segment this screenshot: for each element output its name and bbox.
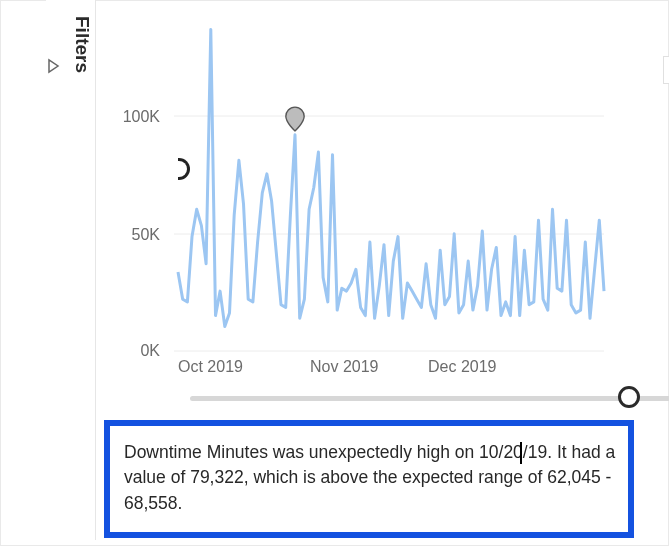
anomaly-explanation-text: Downtime Minutes was unexpectedly high o… — [124, 440, 616, 516]
slider-handle-start[interactable] — [618, 386, 640, 408]
text-cursor-caret — [520, 442, 522, 464]
x-tick-label: Dec 2019 — [428, 358, 497, 376]
anomaly-explanation-callout: Downtime Minutes was unexpectedly high o… — [104, 420, 634, 538]
filters-pane-collapsed[interactable]: Filters — [46, 0, 96, 540]
time-range-slider[interactable] — [190, 386, 669, 410]
plot-area: 100K 50K 0K — [114, 14, 614, 354]
chart-svg — [114, 14, 614, 354]
series-line-group — [178, 29, 604, 326]
expand-pane-icon[interactable] — [46, 57, 68, 75]
report-canvas: Filters 100K 50K 0K — [0, 0, 669, 546]
y-tick-label: 50K — [114, 226, 160, 244]
slider-track — [190, 396, 669, 401]
y-tick-label: 0K — [114, 342, 160, 360]
line-chart-visual[interactable]: 100K 50K 0K Oct 2019 Nov 2019 D — [100, 4, 640, 420]
x-tick-label: Oct 2019 — [178, 358, 243, 376]
y-tick-label: 100K — [114, 108, 160, 126]
right-panel-stub — [663, 56, 669, 84]
x-tick-label: Nov 2019 — [310, 358, 379, 376]
filters-pane-label: Filters — [71, 16, 93, 73]
